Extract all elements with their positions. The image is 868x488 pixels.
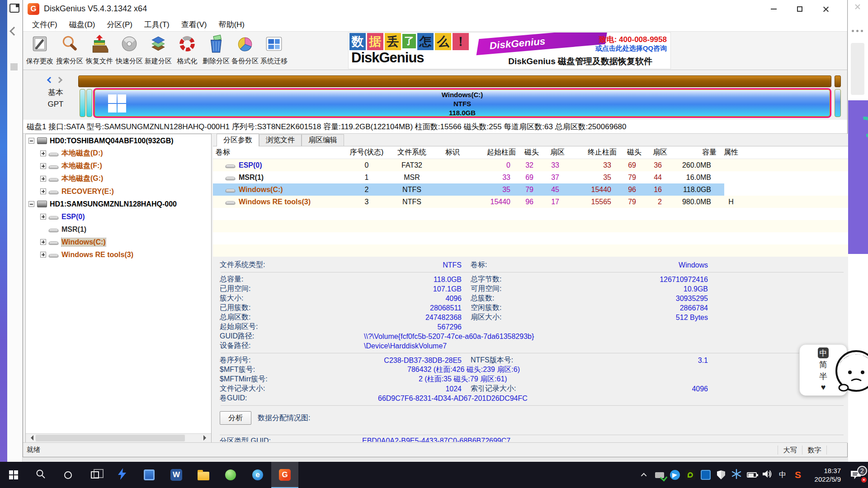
heart-icon[interactable]: ♥ — [821, 383, 826, 392]
tree-item-local-d[interactable]: 本地磁盘(D:) — [26, 147, 211, 160]
system-migration-button[interactable]: 系统迁移 — [259, 34, 289, 68]
partition-block-windows-c[interactable]: Windows(C:) NTFS 118.0GB — [93, 88, 831, 118]
caps-indicator: 大写 — [778, 446, 802, 455]
table-row-windows-c-selected[interactable]: Windows(C:) 2 NTFS 35 79 45 15440 96 16 … — [213, 183, 848, 196]
tree-item-hd0[interactable]: HD0:TOSHIBAMQ04ABF100(932GB) — [26, 135, 211, 147]
tray-printer[interactable] — [652, 462, 667, 488]
search-partition-button[interactable]: 搜索分区 — [55, 34, 85, 68]
taskbar-search-button[interactable] — [27, 462, 54, 488]
backup-partition-button[interactable]: 备份分区 — [230, 34, 260, 68]
partition-block-re-tools[interactable] — [835, 89, 841, 117]
partition-icon — [48, 153, 59, 156]
taskbar-app-thunder[interactable] — [108, 462, 136, 488]
taskbar-app-explorer[interactable] — [190, 462, 217, 488]
close-button[interactable] — [813, 0, 839, 18]
collapse-icon[interactable] — [28, 138, 34, 144]
table-row-esp[interactable]: ESP(0) 0 FAT32 0 32 33 33 69 36 260.0MB — [213, 159, 848, 171]
menu-disk[interactable]: 磁盘(D) — [69, 19, 95, 30]
tray-intel-graphics[interactable] — [698, 462, 713, 488]
scroll-left-icon[interactable] — [28, 435, 33, 441]
tray-expand-button[interactable] — [637, 462, 652, 488]
taskbar-app-edge[interactable]: e — [244, 462, 271, 488]
taskbar-app-box[interactable] — [136, 462, 163, 488]
tree-item-recovery-e[interactable]: RECOVERY(E:) — [26, 185, 211, 197]
banner-logo: DiskGenius — [351, 50, 424, 66]
ime-halfwidth[interactable]: 半 — [819, 371, 827, 382]
menu-partition[interactable]: 分区(P) — [107, 19, 132, 30]
expand-icon[interactable] — [40, 252, 46, 258]
tab-partition-params[interactable]: 分区参数 — [217, 134, 259, 146]
ime-simplified[interactable]: 简 — [819, 359, 827, 370]
taskbar-app-browser360[interactable] — [217, 462, 244, 488]
scroll-right-icon[interactable] — [203, 435, 209, 441]
taskbar-clock[interactable]: 18:37 2022/5/9 — [806, 466, 844, 483]
detail-line: 文件系统类型:NTFS 卷标:Windows — [220, 260, 848, 270]
save-changes-button[interactable]: 保存更改 — [25, 34, 55, 68]
tray-snowflake-app[interactable] — [729, 462, 744, 488]
expand-icon[interactable] — [40, 163, 46, 169]
tab-browse-files[interactable]: 浏览文件 — [259, 134, 302, 146]
prev-disk-icon[interactable] — [47, 77, 53, 83]
minimize-button[interactable] — [760, 0, 787, 18]
analyze-button[interactable]: 分析 — [220, 411, 251, 425]
disk-bus-label: 基本 — [41, 87, 70, 98]
partition-block-esp[interactable] — [80, 89, 85, 117]
tree-item-hd1[interactable]: HD1:SAMSUNGMZNLN128HAHQ-000 — [26, 198, 211, 210]
start-button[interactable] — [0, 462, 27, 488]
tray-sogou[interactable]: S — [790, 462, 806, 488]
numlock-indicator: 数字 — [802, 446, 826, 455]
ime-zh-icon: 中 — [779, 470, 786, 480]
maximize-button[interactable] — [787, 0, 813, 18]
tray-messenger[interactable] — [667, 462, 683, 488]
recover-files-button[interactable]: 恢复文件 — [85, 34, 114, 68]
task-view-button[interactable] — [81, 462, 108, 488]
ime-mode-chinese[interactable]: 中 — [818, 347, 829, 358]
table-row-windows-re[interactable]: Windows RE tools(3) 3 NTFS 15440 96 17 1… — [213, 196, 848, 208]
partition-icon — [48, 178, 59, 182]
tree-item-local-g[interactable]: 本地磁盘(G:) — [26, 173, 211, 185]
status-ready: 就绪 — [23, 446, 778, 454]
tab-sector-edit[interactable]: 扇区编辑 — [302, 134, 344, 146]
quick-partition-button[interactable]: 快速分区 — [114, 34, 144, 68]
disk-table-type-label: GPT — [41, 100, 70, 109]
taskbar-app-diskgenius[interactable]: G — [271, 462, 298, 488]
menu-help[interactable]: 帮助(H) — [218, 19, 245, 30]
menu-view[interactable]: 查看(V) — [181, 19, 207, 30]
cortana-button[interactable] — [54, 462, 81, 488]
collapse-icon[interactable] — [28, 201, 34, 207]
menu-file[interactable]: 文件(F) — [32, 19, 57, 30]
tree-item-msr[interactable]: MSR(1) — [26, 223, 211, 235]
menu-tools[interactable]: 工具(T) — [144, 19, 170, 30]
tree-item-local-f[interactable]: 本地磁盘(F:) — [26, 160, 211, 172]
expand-icon[interactable] — [40, 214, 46, 220]
partition-block-msr[interactable] — [86, 89, 92, 117]
tree-item-windows-c[interactable]: Windows(C:) — [26, 236, 211, 248]
expand-icon[interactable] — [40, 176, 46, 182]
next-disk-icon[interactable] — [56, 77, 62, 83]
background-window-fragment — [10, 63, 18, 70]
expand-icon[interactable] — [40, 239, 46, 245]
tray-nvidia[interactable] — [683, 462, 698, 488]
action-center-button[interactable]: 2 — [844, 471, 868, 479]
delete-partition-button[interactable]: 删除分区 — [201, 34, 231, 68]
expand-icon[interactable] — [40, 150, 46, 156]
format-button[interactable]: 格式化 — [172, 34, 202, 68]
scrollbar-thumb[interactable] — [36, 435, 185, 441]
tray-battery[interactable] — [744, 462, 760, 488]
tray-volume[interactable] — [760, 462, 775, 488]
expand-icon[interactable] — [40, 188, 46, 194]
table-row-msr[interactable]: MSR(1) 1 MSR 33 69 37 35 79 44 16.0MB — [213, 171, 848, 183]
partition-name: Windows(C:) — [94, 90, 830, 99]
recover-files-icon — [90, 34, 109, 55]
new-partition-button[interactable]: 新建分区 — [143, 34, 173, 68]
banner-qq-link[interactable]: 或点击此处选择QQ咨询 — [595, 44, 667, 53]
tree-item-esp[interactable]: ESP(0) — [26, 211, 211, 223]
taskbar-app-word[interactable]: W — [163, 462, 190, 488]
banner-ad[interactable]: 数 据 丢 了 怎 么 ！ DiskGenius DiskGenius 致电: … — [348, 32, 671, 69]
tray-defender[interactable]: × — [713, 462, 729, 488]
tray-ime-indicator[interactable]: 中 — [775, 462, 790, 488]
tree-horizontal-scrollbar[interactable] — [26, 433, 211, 442]
detail-line: $MFTMirr簇号:2 (柱面:35 磁头:79 扇区:61) — [220, 375, 848, 384]
partition-icon — [48, 191, 59, 194]
tree-item-windows-re[interactable]: Windows RE tools(3) — [26, 249, 211, 261]
